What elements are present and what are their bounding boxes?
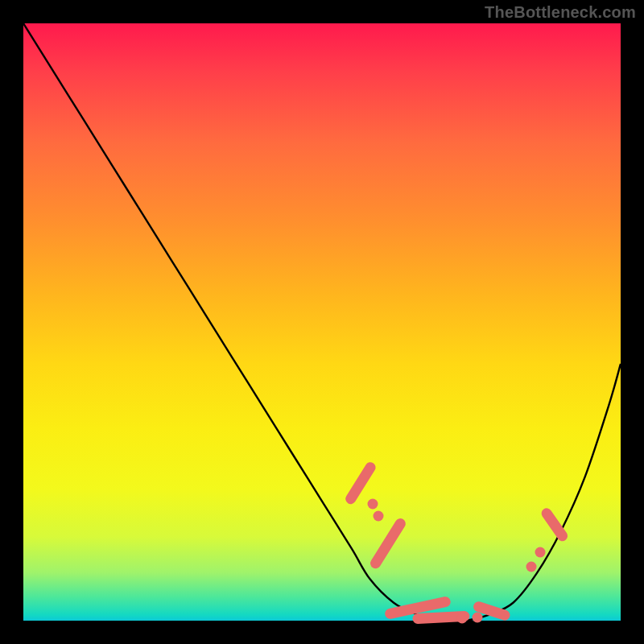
plot-area: [23, 23, 621, 621]
marker-dot: [374, 511, 384, 522]
marker-dot: [368, 499, 378, 510]
bottleneck-curve: [23, 23, 621, 621]
chart-frame: TheBottleneck.com: [0, 0, 644, 644]
marker-dot: [535, 547, 545, 557]
watermark-text: TheBottleneck.com: [485, 3, 636, 22]
marker-dot: [526, 562, 536, 572]
curve-svg: [23, 23, 621, 621]
marker-dot: [472, 612, 482, 622]
marker-dot: [457, 613, 468, 624]
